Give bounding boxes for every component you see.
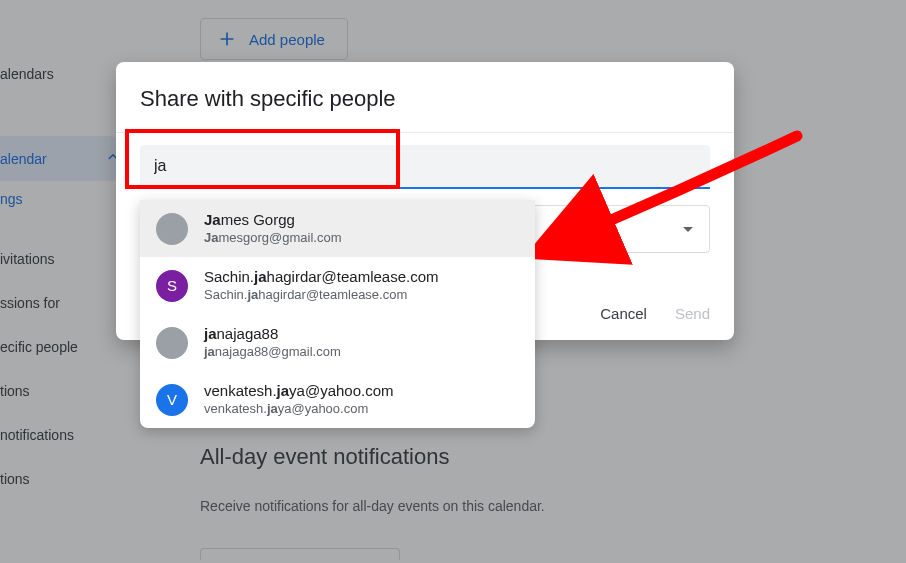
avatar-letter: S <box>156 270 188 302</box>
cancel-button[interactable]: Cancel <box>600 305 647 322</box>
autocomplete-item[interactable]: Vvenkatesh.jaya@yahoo.comvenkatesh.jaya@… <box>140 371 535 428</box>
autocomplete-text: venkatesh.jaya@yahoo.comvenkatesh.jaya@y… <box>204 382 394 417</box>
avatar-letter: V <box>156 384 188 416</box>
people-search-input[interactable] <box>140 145 710 189</box>
autocomplete-text: janajaga88janajaga88@gmail.com <box>204 325 341 360</box>
suggestion-email: venkatesh.jaya@yahoo.com <box>204 401 394 417</box>
suggestion-name: Sachin.jahagirdar@teamlease.com <box>204 268 439 287</box>
avatar-photo <box>156 327 188 359</box>
suggestion-name: James Gorgg <box>204 211 341 230</box>
suggestion-name: janajaga88 <box>204 325 341 344</box>
suggestion-email: Sachin.jahagirdar@teamlease.com <box>204 287 439 303</box>
suggestion-name: venkatesh.jaya@yahoo.com <box>204 382 394 401</box>
suggestion-email: janajaga88@gmail.com <box>204 344 341 360</box>
autocomplete-text: Sachin.jahagirdar@teamlease.comSachin.ja… <box>204 268 439 303</box>
autocomplete-item[interactable]: SSachin.jahagirdar@teamlease.comSachin.j… <box>140 257 535 314</box>
autocomplete-dropdown: James GorggJamesgorg@gmail.comSSachin.ja… <box>140 200 535 428</box>
autocomplete-item[interactable]: James GorggJamesgorg@gmail.com <box>140 200 535 257</box>
suggestion-email: Jamesgorg@gmail.com <box>204 230 341 246</box>
autocomplete-item[interactable]: janajaga88janajaga88@gmail.com <box>140 314 535 371</box>
avatar-photo <box>156 213 188 245</box>
dialog-title: Share with specific people <box>116 86 734 132</box>
send-button[interactable]: Send <box>675 305 710 322</box>
autocomplete-text: James GorggJamesgorg@gmail.com <box>204 211 341 246</box>
chevron-down-icon <box>683 227 693 232</box>
